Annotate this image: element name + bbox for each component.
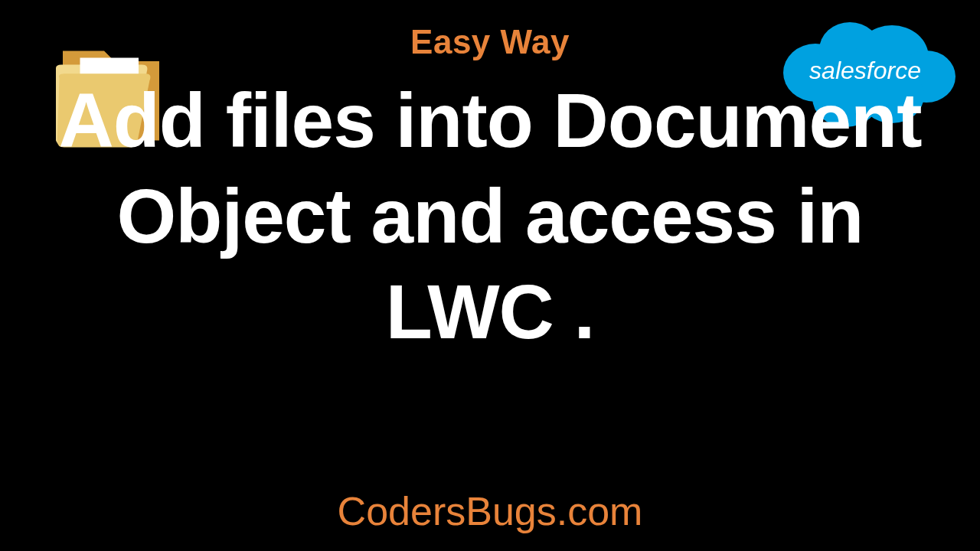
header-subtitle: Easy Way xyxy=(0,23,980,61)
main-title: Add files into Document Object and acces… xyxy=(0,73,980,360)
footer-brand: CodersBugs.com xyxy=(0,488,980,534)
